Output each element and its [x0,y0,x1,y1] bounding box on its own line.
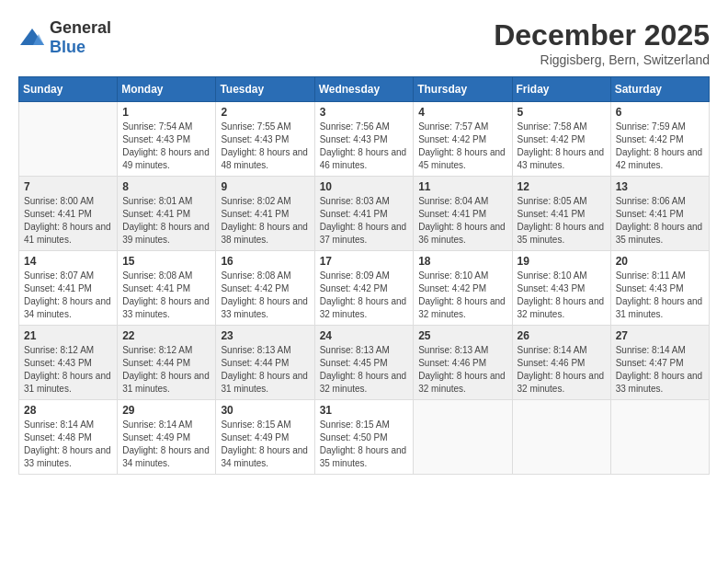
day-info: Sunrise: 8:12 AMSunset: 4:44 PMDaylight:… [122,344,210,396]
calendar-cell: 7Sunrise: 8:00 AMSunset: 4:41 PMDaylight… [19,177,118,251]
calendar-cell: 5Sunrise: 7:58 AMSunset: 4:42 PMDaylight… [512,102,610,177]
calendar-cell: 27Sunrise: 8:14 AMSunset: 4:47 PMDayligh… [610,326,709,400]
day-number: 24 [320,329,409,342]
day-info: Sunrise: 8:01 AMSunset: 4:41 PMDaylight:… [122,195,210,247]
calendar-cell: 12Sunrise: 8:05 AMSunset: 4:41 PMDayligh… [512,177,610,251]
calendar-cell: 9Sunrise: 8:02 AMSunset: 4:41 PMDaylight… [216,177,314,251]
calendar-cell: 4Sunrise: 7:57 AMSunset: 4:42 PMDaylight… [414,102,512,177]
calendar-cell: 24Sunrise: 8:13 AMSunset: 4:45 PMDayligh… [314,326,414,400]
day-info: Sunrise: 7:57 AMSunset: 4:42 PMDaylight:… [418,121,506,172]
calendar-cell: 20Sunrise: 8:11 AMSunset: 4:43 PMDayligh… [610,251,709,326]
day-number: 23 [221,329,309,342]
weekday-header-sunday: Sunday [19,77,118,102]
day-number: 17 [320,255,409,268]
calendar-cell: 17Sunrise: 8:09 AMSunset: 4:42 PMDayligh… [314,251,414,326]
calendar-cell [512,400,610,475]
day-info: Sunrise: 8:14 AMSunset: 4:47 PMDaylight:… [616,344,704,396]
day-number: 30 [221,404,309,417]
day-info: Sunrise: 8:09 AMSunset: 4:42 PMDaylight:… [320,270,409,321]
calendar-cell: 21Sunrise: 8:12 AMSunset: 4:43 PMDayligh… [19,326,118,400]
day-number: 20 [616,255,704,268]
page-header: General Blue December 2025 Riggisberg, B… [18,18,710,67]
day-number: 10 [320,180,409,193]
month-title: December 2025 [494,18,710,52]
day-number: 11 [418,180,506,193]
day-info: Sunrise: 8:15 AMSunset: 4:49 PMDaylight:… [221,419,309,470]
day-number: 28 [24,404,112,417]
day-info: Sunrise: 7:58 AMSunset: 4:42 PMDaylight:… [518,121,606,172]
day-number: 5 [518,106,606,119]
calendar-cell: 3Sunrise: 7:56 AMSunset: 4:43 PMDaylight… [314,102,414,177]
calendar-cell [610,400,709,475]
day-number: 14 [24,255,112,268]
day-info: Sunrise: 8:07 AMSunset: 4:41 PMDaylight:… [24,270,112,321]
day-info: Sunrise: 8:02 AMSunset: 4:41 PMDaylight:… [221,195,309,247]
day-number: 22 [122,329,210,342]
calendar-cell: 25Sunrise: 8:13 AMSunset: 4:46 PMDayligh… [414,326,512,400]
day-number: 13 [616,180,704,193]
day-info: Sunrise: 8:14 AMSunset: 4:49 PMDaylight:… [122,419,210,470]
day-info: Sunrise: 8:10 AMSunset: 4:43 PMDaylight:… [518,270,606,321]
calendar-cell: 11Sunrise: 8:04 AMSunset: 4:41 PMDayligh… [414,177,512,251]
day-number: 31 [320,404,409,417]
day-number: 1 [122,106,210,119]
weekday-header-monday: Monday [118,77,216,102]
calendar-week-row: 21Sunrise: 8:12 AMSunset: 4:43 PMDayligh… [19,326,710,400]
calendar-cell [19,102,118,177]
day-info: Sunrise: 8:14 AMSunset: 4:48 PMDaylight:… [24,419,112,470]
day-number: 19 [518,255,606,268]
calendar-cell: 30Sunrise: 8:15 AMSunset: 4:49 PMDayligh… [216,400,314,475]
calendar-cell: 8Sunrise: 8:01 AMSunset: 4:41 PMDaylight… [118,177,216,251]
day-number: 16 [221,255,309,268]
day-info: Sunrise: 8:03 AMSunset: 4:41 PMDaylight:… [320,195,409,247]
calendar-cell: 29Sunrise: 8:14 AMSunset: 4:49 PMDayligh… [118,400,216,475]
weekday-header-saturday: Saturday [610,77,709,102]
weekday-header-wednesday: Wednesday [314,77,414,102]
calendar-cell: 2Sunrise: 7:55 AMSunset: 4:43 PMDaylight… [216,102,314,177]
day-info: Sunrise: 8:14 AMSunset: 4:46 PMDaylight:… [518,344,606,396]
logo: General Blue [18,18,111,57]
day-info: Sunrise: 8:08 AMSunset: 4:42 PMDaylight:… [221,270,309,321]
location-title: Riggisberg, Bern, Switzerland [494,52,710,67]
calendar-cell: 16Sunrise: 8:08 AMSunset: 4:42 PMDayligh… [216,251,314,326]
calendar-cell: 19Sunrise: 8:10 AMSunset: 4:43 PMDayligh… [512,251,610,326]
calendar-week-row: 1Sunrise: 7:54 AMSunset: 4:43 PMDaylight… [19,102,710,177]
calendar-cell: 15Sunrise: 8:08 AMSunset: 4:41 PMDayligh… [118,251,216,326]
day-number: 26 [518,329,606,342]
day-info: Sunrise: 8:13 AMSunset: 4:45 PMDaylight:… [320,344,409,396]
calendar-cell: 28Sunrise: 8:14 AMSunset: 4:48 PMDayligh… [19,400,118,475]
calendar-header-row: SundayMondayTuesdayWednesdayThursdayFrid… [19,77,710,102]
day-number: 9 [221,180,309,193]
calendar-week-row: 14Sunrise: 8:07 AMSunset: 4:41 PMDayligh… [19,251,710,326]
day-number: 25 [418,329,506,342]
day-number: 8 [122,180,210,193]
calendar-cell: 23Sunrise: 8:13 AMSunset: 4:44 PMDayligh… [216,326,314,400]
day-number: 27 [616,329,704,342]
day-info: Sunrise: 7:56 AMSunset: 4:43 PMDaylight:… [320,121,409,172]
calendar-cell [414,400,512,475]
day-info: Sunrise: 8:06 AMSunset: 4:41 PMDaylight:… [616,195,704,247]
calendar-cell: 22Sunrise: 8:12 AMSunset: 4:44 PMDayligh… [118,326,216,400]
day-info: Sunrise: 8:12 AMSunset: 4:43 PMDaylight:… [24,344,112,396]
day-info: Sunrise: 8:13 AMSunset: 4:46 PMDaylight:… [418,344,506,396]
day-info: Sunrise: 7:54 AMSunset: 4:43 PMDaylight:… [122,121,210,172]
calendar-table: SundayMondayTuesdayWednesdayThursdayFrid… [18,76,710,475]
calendar-week-row: 28Sunrise: 8:14 AMSunset: 4:48 PMDayligh… [19,400,710,475]
day-info: Sunrise: 8:10 AMSunset: 4:42 PMDaylight:… [418,270,506,321]
day-info: Sunrise: 8:13 AMSunset: 4:44 PMDaylight:… [221,344,309,396]
day-number: 4 [418,106,506,119]
day-info: Sunrise: 8:04 AMSunset: 4:41 PMDaylight:… [418,195,506,247]
day-number: 21 [24,329,112,342]
logo-text-blue: Blue [50,38,85,56]
day-info: Sunrise: 7:59 AMSunset: 4:42 PMDaylight:… [616,121,704,172]
title-area: December 2025 Riggisberg, Bern, Switzerl… [494,18,710,67]
logo-text-general: General [50,18,111,37]
day-number: 7 [24,180,112,193]
day-number: 15 [122,255,210,268]
day-info: Sunrise: 8:00 AMSunset: 4:41 PMDaylight:… [24,195,112,247]
day-number: 2 [221,106,309,119]
calendar-cell: 10Sunrise: 8:03 AMSunset: 4:41 PMDayligh… [314,177,414,251]
day-info: Sunrise: 8:05 AMSunset: 4:41 PMDaylight:… [518,195,606,247]
calendar-week-row: 7Sunrise: 8:00 AMSunset: 4:41 PMDaylight… [19,177,710,251]
day-info: Sunrise: 8:08 AMSunset: 4:41 PMDaylight:… [122,270,210,321]
